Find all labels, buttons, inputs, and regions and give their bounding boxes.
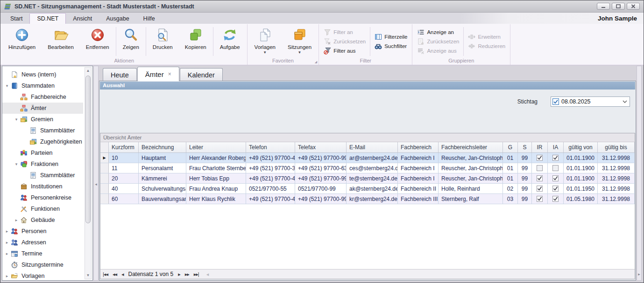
sidebar-item-personenkreise[interactable]: Personenkreise: [2, 192, 83, 203]
chevron-down-icon[interactable]: [623, 100, 627, 103]
first-record-button[interactable]: |◂◂: [103, 271, 108, 277]
column-header-telefax[interactable]: Telefax: [295, 142, 347, 152]
menu-tab-sd-net[interactable]: SD.NET: [29, 13, 66, 24]
sidebar-item-stammdaten[interactable]: ▾Stammdaten: [2, 80, 83, 91]
column-header-gultig-bis[interactable]: gültig bis: [598, 142, 635, 152]
column-header-telefon[interactable]: Telefon: [246, 142, 295, 152]
minimize-button[interactable]: [597, 3, 610, 10]
document-tab-kalender[interactable]: Kalender: [180, 68, 223, 81]
sidebar-item-gebaude[interactable]: ▸Gebäude: [2, 214, 83, 226]
sidebar-item-news-intern[interactable]: News (intern): [2, 69, 83, 80]
sidebar-item-stammblatter[interactable]: Stammblätter: [2, 125, 83, 136]
unchecked-checkbox[interactable]: [537, 165, 543, 171]
sidebar-item-adressen[interactable]: ▸Adressen: [2, 237, 83, 248]
column-header-bezeichnung[interactable]: Bezeichnung: [139, 142, 186, 152]
ribbon-button-reduzieren[interactable]: Reduzieren: [468, 42, 505, 50]
checked-checkbox[interactable]: [552, 196, 559, 202]
document-tab-amter[interactable]: Ämter×: [137, 67, 179, 81]
ribbon-button-filter-aus[interactable]: Filter aus: [324, 47, 366, 55]
sidebar-item-personen[interactable]: ▸Personen: [2, 226, 83, 237]
stichtag-date-picker[interactable]: 08.08.2025: [551, 97, 630, 107]
checked-checkbox[interactable]: [537, 196, 543, 202]
menu-tab-ansicht[interactable]: Ansicht: [66, 14, 99, 24]
row-header-cell[interactable]: [100, 194, 109, 204]
ribbon-button-drucken[interactable]: Drucken: [147, 26, 179, 57]
sidebar-item-fachbereiche[interactable]: Fachbereiche: [2, 91, 83, 103]
column-header-fachbereich[interactable]: Fachbereich: [398, 142, 439, 152]
right-splitter[interactable]: ▸: [637, 66, 642, 281]
expand-arrow-icon[interactable]: ▸: [13, 218, 20, 222]
collapse-arrow-icon[interactable]: ▾: [13, 117, 20, 122]
row-header-cell[interactable]: [100, 173, 109, 183]
column-header-e-mail[interactable]: E-Mail: [347, 142, 398, 152]
expand-arrow-icon[interactable]: ▸: [3, 274, 11, 278]
next-record-button[interactable]: ▸: [178, 271, 180, 277]
scroll-down-icon[interactable]: ▼: [85, 272, 91, 279]
collapse-arrow-icon[interactable]: ▾: [3, 83, 11, 88]
sidebar-item-zugehorigkeiten[interactable]: Zugehörigkeiten: [2, 136, 83, 147]
stichtag-checkbox[interactable]: [552, 98, 559, 105]
checked-checkbox[interactable]: [552, 186, 559, 192]
checked-checkbox[interactable]: [537, 175, 543, 181]
close-button[interactable]: [627, 3, 640, 10]
column-header-leiter[interactable]: Leiter: [186, 142, 246, 152]
checked-checkbox[interactable]: [552, 155, 559, 161]
ribbon-button-zurucksetzen[interactable]: Zurücksetzen: [417, 38, 459, 45]
collapse-arrow-icon[interactable]: ▾: [13, 162, 20, 166]
menu-tab-ausgabe[interactable]: Ausgabe: [99, 14, 136, 24]
ribbon-button-erweitern[interactable]: Erweitern: [468, 33, 505, 41]
menu-tab-hilfe[interactable]: Hilfe: [136, 14, 162, 24]
maximize-button[interactable]: [612, 3, 625, 10]
current-row-indicator[interactable]: ▶: [100, 153, 109, 163]
ribbon-button-kopieren[interactable]: Kopieren: [179, 26, 212, 57]
expand-arrow-icon[interactable]: ▸: [3, 240, 11, 245]
sidebar-item-termine[interactable]: ▸Termine: [2, 248, 83, 259]
column-header-g[interactable]: G: [503, 142, 518, 152]
scrollbar-thumb[interactable]: [85, 76, 91, 223]
row-header-cell[interactable]: [100, 184, 109, 193]
left-splitter[interactable]: ◂: [93, 66, 99, 281]
ribbon-button-anzeige-an[interactable]: Anzeige an: [417, 28, 459, 36]
unchecked-checkbox[interactable]: [552, 165, 559, 171]
sidebar-scrollbar[interactable]: ▲ ▼: [85, 67, 92, 279]
tab-close-icon[interactable]: ×: [168, 72, 171, 76]
next-page-button[interactable]: ▸▸: [185, 271, 189, 277]
expand-arrow-icon[interactable]: ▸: [3, 251, 11, 256]
sidebar-item-stammblatter[interactable]: Stammblätter: [2, 170, 83, 181]
prev-record-button[interactable]: ◂: [121, 271, 124, 277]
checked-checkbox[interactable]: [537, 155, 543, 161]
expand-arrow-icon[interactable]: ▸: [3, 229, 11, 234]
ribbon-button-suchfilter[interactable]: Suchfilter: [375, 42, 407, 50]
ribbon-button-vorlagen[interactable]: Vorlagen▼: [248, 26, 282, 57]
table-row[interactable]: 60BauverwaltungsamtHerr Klaus Rychlik+49…: [100, 194, 635, 204]
table-row[interactable]: 11PersonalamtFrau Charlotte Sternberg+49…: [100, 163, 635, 173]
scroll-left-icon[interactable]: ◂: [206, 271, 209, 277]
column-header-gultig-von[interactable]: gültig von: [564, 142, 598, 152]
sidebar-item-amter[interactable]: Ämter: [2, 103, 83, 114]
ribbon-button-entfernen[interactable]: Entfernen: [80, 26, 115, 57]
ribbon-button-filter-an[interactable]: Filter an: [324, 28, 366, 36]
sidebar-item-funktionen[interactable]: Funktionen: [2, 203, 83, 214]
checked-checkbox[interactable]: [537, 186, 543, 192]
table-row[interactable]: 20KämmereiHerr Tobias Epp+49 (521) 97700…: [100, 173, 635, 184]
collapse-left-icon[interactable]: ◂: [94, 182, 98, 186]
prev-page-button[interactable]: ◂◂: [113, 271, 117, 277]
sidebar-item-fraktionen[interactable]: ▾Fraktionen: [2, 159, 83, 170]
sidebar-item-parteien[interactable]: Parteien: [2, 147, 83, 159]
dialog-launcher-icon[interactable]: ◢: [315, 60, 317, 63]
ribbon-button-sitzungen[interactable]: Sitzungen▼: [282, 26, 318, 57]
table-row[interactable]: 40SchulverwaltungsamtFrau Andrea Knaup05…: [100, 184, 635, 194]
column-header-ir[interactable]: IR: [532, 142, 548, 152]
collapse-right-icon[interactable]: ▸: [637, 272, 641, 276]
column-header-kurzform[interactable]: Kurzform: [109, 142, 139, 152]
ribbon-button-zurucksetzen[interactable]: Zurücksetzen: [324, 38, 366, 45]
column-header-s[interactable]: S: [518, 142, 532, 152]
sidebar-item-institutionen[interactable]: Institutionen: [2, 181, 83, 192]
scroll-up-icon[interactable]: ▲: [85, 68, 91, 74]
sidebar-item-gremien[interactable]: ▾Gremien: [2, 114, 83, 125]
last-record-button[interactable]: ▸▸|: [194, 271, 199, 277]
ribbon-button-filterzeile[interactable]: Filterzeile: [375, 33, 407, 41]
menu-tab-start[interactable]: Start: [3, 14, 29, 24]
ribbon-button-hinzufugen[interactable]: Hinzufügen: [2, 26, 42, 57]
ribbon-button-anzeige-aus[interactable]: Anzeige aus: [417, 47, 459, 55]
